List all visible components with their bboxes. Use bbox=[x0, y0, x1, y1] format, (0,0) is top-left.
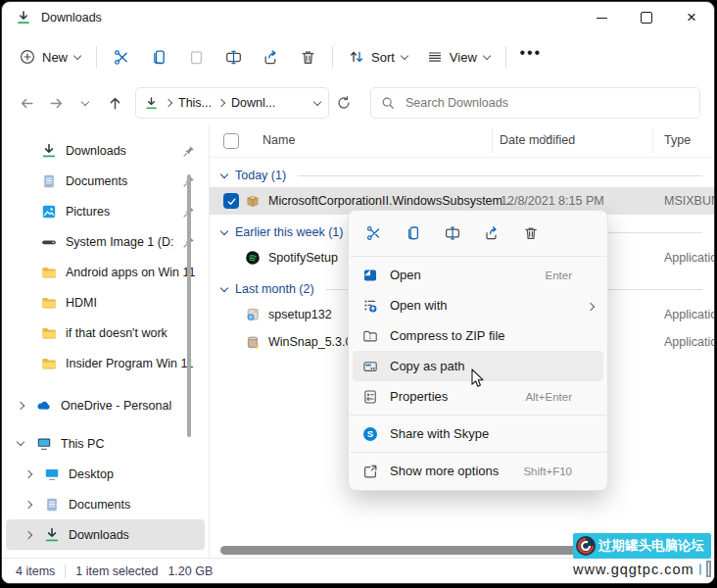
menu-item-show-more-options[interactable]: Show more options Shift+F10 bbox=[353, 456, 603, 486]
spotify-icon bbox=[245, 250, 261, 266]
context-menu-separator bbox=[350, 415, 606, 416]
chevron-right-icon[interactable] bbox=[22, 502, 35, 508]
status-items-count: 4 items bbox=[16, 564, 55, 578]
watermark-logo-icon bbox=[575, 535, 597, 557]
search-input[interactable] bbox=[404, 95, 690, 111]
maximize-button[interactable] bbox=[624, 2, 669, 33]
delete-button[interactable] bbox=[289, 40, 326, 74]
toolbar-divider bbox=[96, 46, 97, 68]
cut-button[interactable] bbox=[357, 218, 392, 249]
sidebar-item-documents-tree[interactable]: Documents bbox=[6, 489, 205, 519]
chevron-down-icon[interactable] bbox=[217, 231, 231, 234]
sidebar-item-downloads-tree[interactable]: Downloads bbox=[6, 519, 205, 550]
column-header-date-modified[interactable]: Date modified bbox=[500, 133, 575, 147]
breadcrumb-downloads[interactable]: Downl... bbox=[231, 96, 275, 110]
menu-item-share-with-skype[interactable]: S Share with Skype bbox=[353, 418, 603, 449]
copy-button[interactable] bbox=[140, 40, 177, 74]
picture-icon bbox=[41, 204, 57, 220]
horizontal-scrollbar[interactable] bbox=[220, 546, 585, 555]
back-button[interactable] bbox=[12, 88, 41, 118]
group-divider-line bbox=[298, 175, 702, 176]
view-button[interactable]: View bbox=[417, 40, 500, 74]
rename-button[interactable] bbox=[435, 218, 470, 249]
breadcrumb-separator-icon bbox=[165, 99, 172, 107]
context-menu-icon-row bbox=[349, 214, 607, 253]
chevron-down-icon[interactable] bbox=[14, 442, 27, 445]
zip-icon bbox=[362, 328, 378, 344]
search-icon bbox=[381, 96, 395, 110]
chevron-right-icon[interactable] bbox=[22, 532, 35, 538]
see-more-button[interactable]: ••• bbox=[512, 40, 550, 74]
show-more-options-icon bbox=[362, 464, 378, 479]
row-checkbox-checked[interactable] bbox=[223, 193, 239, 209]
sidebar-item-pictures-pinned[interactable]: Pictures bbox=[6, 196, 205, 226]
folder-icon bbox=[41, 356, 57, 371]
download-icon bbox=[44, 527, 60, 543]
sidebar-item-this-pc[interactable]: This PC bbox=[6, 428, 205, 459]
sidebar-scrollbar[interactable] bbox=[187, 174, 191, 437]
downloads-window-icon bbox=[16, 10, 31, 25]
cut-button[interactable] bbox=[103, 40, 140, 74]
submenu-chevron-icon bbox=[588, 298, 594, 313]
column-divider[interactable] bbox=[492, 129, 493, 153]
sidebar-item-system-image-drive[interactable]: System Image 1 (D:) bbox=[6, 226, 205, 257]
sidebar-item-android-apps[interactable]: Android apps on Win 11 bbox=[6, 257, 205, 287]
select-all-checkbox[interactable] bbox=[223, 133, 239, 149]
refresh-button[interactable] bbox=[329, 88, 358, 118]
sidebar-item-desktop[interactable]: Desktop bbox=[6, 459, 205, 489]
forward-button[interactable] bbox=[41, 88, 71, 118]
download-icon bbox=[41, 143, 57, 159]
watermark-text: 过期罐头电脑论坛 bbox=[598, 537, 704, 555]
sidebar-item-if-that-doesnt-work[interactable]: if that doesn't work bbox=[6, 318, 205, 348]
chevron-right-icon[interactable] bbox=[14, 403, 27, 409]
titlebar: Downloads × bbox=[2, 2, 714, 33]
status-divider bbox=[65, 564, 66, 578]
breadcrumb-this-pc[interactable]: This... bbox=[178, 96, 212, 110]
folder-icon bbox=[41, 265, 57, 280]
column-header-type[interactable]: Type bbox=[664, 133, 691, 147]
column-header-name[interactable]: Name bbox=[263, 133, 295, 147]
chevron-down-icon[interactable] bbox=[217, 288, 231, 291]
sidebar-item-documents-pinned[interactable]: Documents bbox=[6, 166, 205, 196]
folder-icon bbox=[41, 325, 57, 341]
chevron-right-icon[interactable] bbox=[22, 471, 35, 477]
share-button[interactable] bbox=[474, 218, 509, 249]
recent-locations-button[interactable] bbox=[71, 88, 100, 118]
delete-button[interactable] bbox=[513, 218, 549, 249]
watermark-badge: 过期罐头电脑论坛 bbox=[573, 533, 711, 559]
toolbar-divider bbox=[505, 46, 506, 68]
pc-icon bbox=[36, 436, 52, 452]
chevron-down-icon[interactable] bbox=[217, 174, 231, 177]
minimize-button[interactable] bbox=[579, 2, 624, 33]
sort-button[interactable]: Sort bbox=[339, 40, 417, 74]
context-menu-separator bbox=[350, 256, 606, 257]
plus-circle-icon bbox=[20, 49, 35, 65]
sort-button-label: Sort bbox=[371, 50, 395, 65]
new-button[interactable]: New bbox=[10, 40, 90, 74]
sidebar-item-onedrive[interactable]: OneDrive - Personal bbox=[6, 390, 205, 420]
status-selection-size: 1.20 GB bbox=[167, 564, 213, 578]
share-button[interactable] bbox=[252, 40, 289, 74]
address-bar[interactable]: This... Downl... bbox=[135, 87, 329, 119]
close-button[interactable]: × bbox=[669, 2, 714, 33]
menu-item-open-with[interactable]: Open with bbox=[353, 290, 603, 320]
menu-item-compress-zip[interactable]: Compress to ZIP file bbox=[353, 320, 603, 351]
address-dropdown-icon[interactable] bbox=[313, 97, 321, 105]
column-headers: Name Date modified Type bbox=[210, 125, 714, 158]
menu-item-open[interactable]: Open Enter bbox=[353, 260, 603, 290]
up-button[interactable] bbox=[100, 88, 129, 118]
sidebar-item-downloads-pinned[interactable]: Downloads bbox=[6, 135, 205, 166]
onedrive-icon bbox=[36, 398, 52, 414]
package-icon bbox=[245, 193, 261, 209]
paste-button[interactable] bbox=[177, 40, 215, 74]
copy-path-icon bbox=[362, 359, 378, 374]
new-button-label: New bbox=[42, 50, 68, 65]
sidebar-item-hdmi[interactable]: HDMI bbox=[6, 287, 205, 318]
copy-button[interactable] bbox=[396, 218, 431, 249]
rename-button[interactable] bbox=[215, 40, 252, 74]
sidebar-item-insider-program[interactable]: Insider Program Win 11 bbox=[6, 348, 205, 378]
group-header-today[interactable]: Today (1) bbox=[210, 164, 714, 187]
column-divider[interactable] bbox=[652, 129, 653, 153]
folder-icon bbox=[41, 295, 57, 311]
document-icon bbox=[44, 497, 60, 513]
